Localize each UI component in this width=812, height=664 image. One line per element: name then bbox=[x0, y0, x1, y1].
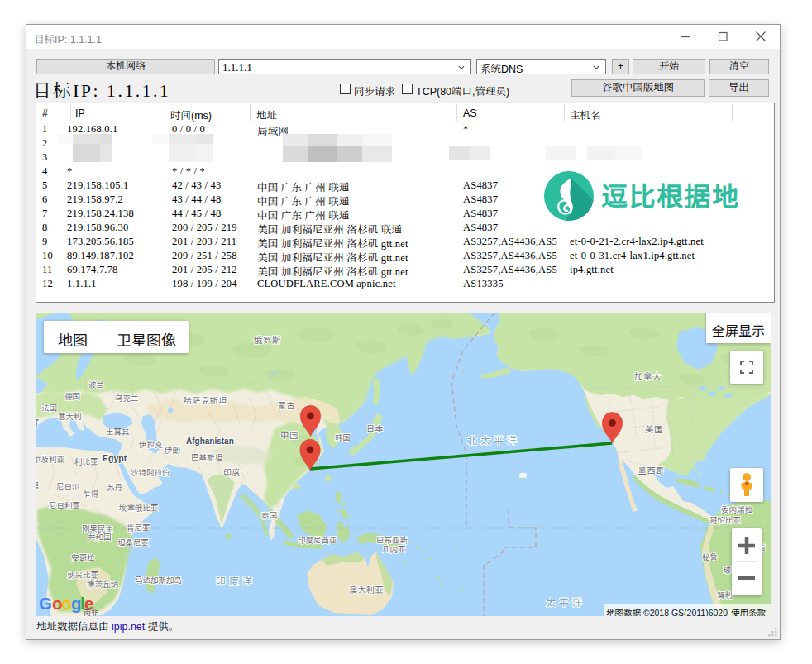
svg-text:美国: 美国 bbox=[645, 423, 663, 435]
svg-text:法国: 法国 bbox=[41, 402, 57, 413]
svg-text:北太平洋: 北太平洋 bbox=[467, 432, 520, 447]
svg-text:马达加斯加岛: 马达加斯加岛 bbox=[135, 574, 182, 585]
svg-text:伊朗: 伊朗 bbox=[164, 444, 180, 456]
svg-text:委内瑞拉: 委内瑞拉 bbox=[721, 504, 753, 515]
svg-text:巴基斯坦: 巴基斯坦 bbox=[191, 451, 223, 463]
svg-text:俄罗斯: 俄罗斯 bbox=[253, 333, 281, 346]
svg-text:苏丹: 苏丹 bbox=[107, 481, 122, 493]
svg-text:加拿大: 加拿大 bbox=[634, 370, 662, 382]
svg-text:哥伦比亚: 哥伦比亚 bbox=[709, 514, 741, 526]
svg-text:土耳其: 土耳其 bbox=[106, 426, 130, 437]
svg-text:里: 里 bbox=[36, 480, 40, 491]
svg-text:Egypt: Egypt bbox=[103, 451, 127, 464]
svg-text:日本: 日本 bbox=[366, 422, 384, 434]
svg-text:共和国: 共和国 bbox=[88, 531, 112, 542]
svg-text:肯尼亚: 肯尼亚 bbox=[127, 522, 150, 533]
svg-text:德国: 德国 bbox=[64, 390, 80, 402]
svg-text:波兰: 波兰 bbox=[88, 379, 104, 390]
svg-text:印度尼西亚: 印度尼西亚 bbox=[298, 534, 337, 546]
svg-text:G: G bbox=[39, 594, 52, 613]
svg-text:韩国: 韩国 bbox=[335, 432, 351, 443]
svg-text:尼日尔: 尼日尔 bbox=[56, 480, 80, 492]
svg-text:智利: 智利 bbox=[717, 589, 733, 600]
svg-text:墨西哥: 墨西哥 bbox=[638, 464, 665, 476]
svg-text:蒙古: 蒙古 bbox=[278, 399, 295, 411]
svg-text:逗比根据地: 逗比根据地 bbox=[601, 175, 740, 213]
svg-text:泰国: 泰国 bbox=[261, 509, 277, 521]
svg-text:印度洋: 印度洋 bbox=[216, 573, 256, 587]
svg-text:牙: 牙 bbox=[36, 417, 40, 428]
svg-text:太平洋: 太平洋 bbox=[546, 595, 585, 609]
svg-text:秘鲁: 秘鲁 bbox=[702, 551, 718, 562]
svg-text:沙特阿拉伯: 沙特阿拉伯 bbox=[131, 466, 170, 478]
svg-text:乌克兰: 乌克兰 bbox=[115, 392, 139, 404]
svg-text:伊拉克: 伊拉克 bbox=[138, 438, 163, 450]
svg-text:尔及利亚: 尔及利亚 bbox=[36, 453, 64, 465]
svg-text:利比亚: 利比亚 bbox=[74, 456, 98, 467]
svg-text:印度: 印度 bbox=[223, 466, 241, 478]
svg-text:中国: 中国 bbox=[280, 428, 299, 441]
svg-text:尼日利亚: 尼日利亚 bbox=[49, 499, 80, 511]
svg-text:博茨瓦纳: 博茨瓦纳 bbox=[87, 578, 118, 590]
svg-text:意大利: 意大利 bbox=[58, 410, 82, 422]
svg-text:哈萨克斯坦: 哈萨克斯坦 bbox=[184, 394, 227, 406]
svg-text:Afghanistan: Afghanistan bbox=[186, 434, 234, 447]
svg-text:乍得: 乍得 bbox=[83, 488, 99, 499]
svg-text:澳大利亚: 澳大利亚 bbox=[349, 583, 384, 595]
svg-text:坦桑尼亚: 坦桑尼亚 bbox=[117, 537, 149, 548]
svg-text:几内亚: 几内亚 bbox=[382, 543, 406, 555]
svg-text:安哥拉: 安哥拉 bbox=[71, 552, 95, 563]
svg-text:埃塞俄比亚: 埃塞俄比亚 bbox=[119, 502, 159, 514]
